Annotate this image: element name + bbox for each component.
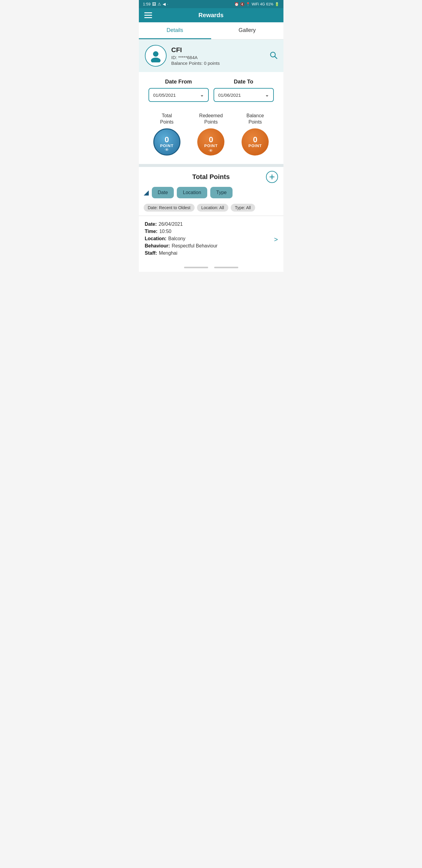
date-from-label: Date From xyxy=(149,79,209,85)
record-date-label: Date: xyxy=(145,221,157,227)
points-section: TotalPoints 0 POINT 👁 RedeemedPoints 0 P… xyxy=(139,107,284,164)
status-warning-icon: ⚠ xyxy=(158,2,161,6)
active-filter-type[interactable]: Type: All xyxy=(231,204,255,212)
top-nav: Rewards xyxy=(139,8,284,22)
total-points-value: 0 xyxy=(165,135,169,144)
profile-name: CFI xyxy=(171,46,278,54)
total-points-header: Total Points xyxy=(139,167,284,185)
tab-gallery[interactable]: Gallery xyxy=(211,22,284,39)
record-item[interactable]: Date: 26/04/2021 Time: 10:50 Location: B… xyxy=(139,216,284,263)
total-points-circle[interactable]: 0 POINT 👁 xyxy=(153,128,181,156)
filter-row: ◢ Date Location Type xyxy=(139,185,284,202)
total-points-label: TotalPoints xyxy=(160,113,173,125)
status-wifi-icon: WiFi xyxy=(252,2,259,6)
section-divider xyxy=(139,164,284,167)
active-filter-date[interactable]: Date: Recent to Oldest xyxy=(144,204,195,212)
redeemed-points-label: RedeemedPoints xyxy=(199,113,223,125)
redeemed-points-group: RedeemedPoints 0 POINT 👁 xyxy=(197,113,224,156)
redeemed-points-unit: POINT xyxy=(204,144,218,148)
status-right: ⏰ 🔇 📍 WiFi 4G 61% 🔋 xyxy=(234,2,279,6)
record-chevron-right: > xyxy=(274,236,278,244)
balance-points-group: BalancePoints 0 POINT xyxy=(241,113,269,156)
profile-balance: Balance Points: 0 points xyxy=(171,61,278,66)
record-staff-row: Staff: Menghai xyxy=(145,250,278,256)
filter-icon[interactable]: ◢ xyxy=(144,189,149,196)
tab-details[interactable]: Details xyxy=(139,22,211,39)
scroll-bar-right xyxy=(214,267,238,268)
scroll-hint xyxy=(139,263,284,272)
date-from-group: Date From 01/05/2021 ⌄ xyxy=(149,79,209,102)
nav-title: Rewards xyxy=(198,12,224,19)
record-location-row: Location: Balcony xyxy=(145,236,278,241)
record-date-value: 26/04/2021 xyxy=(159,221,183,227)
record-time-label: Time: xyxy=(145,229,158,234)
record-staff-value: Menghai xyxy=(159,250,177,256)
status-alarm-icon: ⏰ xyxy=(234,2,239,6)
total-points-group: TotalPoints 0 POINT 👁 xyxy=(153,113,181,156)
svg-line-3 xyxy=(275,56,277,59)
date-to-group: Date To 01/06/2021 ⌄ xyxy=(214,79,274,102)
active-filters: Date: Recent to Oldest Location: All Typ… xyxy=(139,202,284,215)
status-location-icon: 📍 xyxy=(246,2,250,6)
redeemed-points-value: 0 xyxy=(209,135,213,144)
record-behaviour-label: Behaviour: xyxy=(145,243,170,249)
date-to-label: Date To xyxy=(214,79,274,85)
total-points-eye-icon: 👁 xyxy=(165,147,169,152)
tab-bar: Details Gallery xyxy=(139,22,284,39)
status-battery-icon: 🔋 xyxy=(275,2,279,6)
date-to-chevron: ⌄ xyxy=(265,92,269,98)
filter-location-button[interactable]: Location xyxy=(177,187,207,198)
balance-points-circle[interactable]: 0 POINT xyxy=(241,128,269,156)
filter-date-button[interactable]: Date xyxy=(152,187,174,198)
svg-point-2 xyxy=(270,52,275,57)
status-photo-icon: 🖼 xyxy=(152,2,156,6)
status-bar: 1:59 🖼 ⚠ ◀ · ⏰ 🔇 📍 WiFi 4G 61% 🔋 xyxy=(139,0,284,8)
scroll-bar-left xyxy=(184,267,208,268)
record-date-row: Date: 26/04/2021 xyxy=(145,221,278,227)
status-battery: 61% xyxy=(266,2,273,6)
redeemed-points-eye-icon: 👁 xyxy=(209,148,213,153)
status-left: 1:59 🖼 ⚠ ◀ · xyxy=(143,2,168,6)
add-button[interactable] xyxy=(266,171,278,183)
date-to-input[interactable]: 01/06/2021 ⌄ xyxy=(214,88,274,102)
profile-info: CFI ID: *****684A Balance Points: 0 poin… xyxy=(171,46,278,66)
status-dot: · xyxy=(167,2,168,6)
date-from-input[interactable]: 01/05/2021 ⌄ xyxy=(149,88,209,102)
total-points-section-title: Total Points xyxy=(192,173,230,181)
status-mute-icon: 🔇 xyxy=(240,2,245,6)
record-location-value: Balcony xyxy=(168,236,186,241)
avatar xyxy=(145,45,167,67)
record-staff-label: Staff: xyxy=(145,250,157,256)
svg-point-1 xyxy=(151,58,161,62)
hamburger-button[interactable] xyxy=(144,12,152,18)
record-behaviour-row: Behaviour: Respectful Behaviour xyxy=(145,243,278,249)
record-time-row: Time: 10:50 xyxy=(145,229,278,234)
balance-points-value: 0 xyxy=(253,135,257,144)
record-time-value: 10:50 xyxy=(159,229,171,234)
profile-id: ID: *****684A xyxy=(171,55,278,60)
status-signal-icon: 4G xyxy=(260,2,265,6)
status-time: 1:59 xyxy=(143,2,151,6)
search-button[interactable] xyxy=(269,51,278,61)
date-from-value: 01/05/2021 xyxy=(153,93,176,98)
balance-points-unit: POINT xyxy=(249,144,262,148)
active-filter-location[interactable]: Location: All xyxy=(197,204,228,212)
profile-section: CFI ID: *****684A Balance Points: 0 poin… xyxy=(139,39,284,72)
redeemed-points-circle[interactable]: 0 POINT 👁 xyxy=(197,128,224,156)
balance-points-label: BalancePoints xyxy=(247,113,264,125)
date-from-chevron: ⌄ xyxy=(200,92,204,98)
record-behaviour-value: Respectful Behaviour xyxy=(172,243,218,249)
date-section: Date From 01/05/2021 ⌄ Date To 01/06/202… xyxy=(139,72,284,107)
date-to-value: 01/06/2021 xyxy=(218,93,241,98)
filter-type-button[interactable]: Type xyxy=(210,187,233,198)
status-arrow-icon: ◀ xyxy=(163,2,166,6)
svg-point-0 xyxy=(153,51,158,57)
record-location-label: Location: xyxy=(145,236,167,241)
